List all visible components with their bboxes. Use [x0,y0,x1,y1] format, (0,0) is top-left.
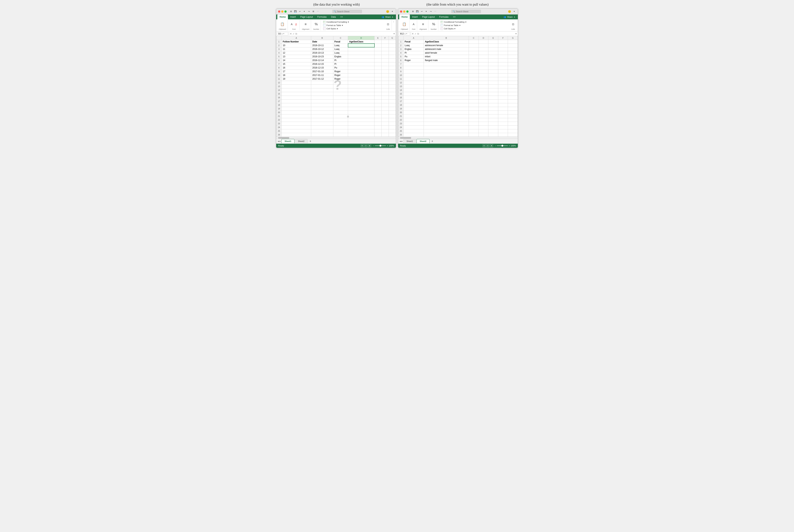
right-cell-r19-c5[interactable] [498,107,508,111]
left-cell-r21-c3[interactable] [348,114,375,118]
left-cell-r23-c5[interactable] [381,122,389,126]
right-cell-r24-c2[interactable] [469,126,478,129]
left-tab-more[interactable]: >> [338,15,345,19]
right-header-cell-0[interactable]: Focal [403,40,424,43]
right-cell-r12-c4[interactable] [488,81,498,84]
right-tab-more[interactable]: >> [451,15,458,19]
left-cell-r8-c5[interactable] [381,66,389,70]
left-align-btn[interactable]: ≡ [304,22,308,26]
left-cell-r13-c2[interactable] [333,84,348,88]
right-cell-r18-c4[interactable] [488,103,498,107]
right-cell-r7-c2[interactable] [469,62,478,66]
left-cell-r17-c0[interactable] [282,99,311,103]
left-cell-r14-c4[interactable] [375,88,381,92]
right-search-bar[interactable]: 🔍 Search Sheet [451,10,481,13]
left-cell-r12-c1[interactable] [311,81,333,84]
right-cell-r11-c3[interactable] [478,77,488,81]
left-cell-r22-c4[interactable] [375,118,381,122]
right-cell-r19-c4[interactable] [488,107,498,111]
left-cell-r23-c2[interactable] [333,122,348,126]
left-tab-data[interactable]: Data [329,15,338,19]
right-cell-r17-c3[interactable] [478,99,488,103]
right-cell-r13-c4[interactable] [488,84,498,88]
left-cell-r7-c2[interactable]: Pi [333,62,348,66]
left-cell-r21-c4[interactable] [375,114,381,118]
redo-icon[interactable]: ↪ [307,10,310,13]
right-zoom-out[interactable]: − [495,145,496,147]
right-close-button[interactable] [400,11,402,13]
right-cell-r25-c3[interactable] [478,129,488,133]
left-cell-r17-c5[interactable] [381,99,389,103]
right-cell-r8-c2[interactable] [469,66,478,70]
left-cell-r16-c6[interactable] [389,96,396,99]
left-cell-r17-c4[interactable] [375,99,381,103]
left-cell-r10-c1[interactable]: 2017-01-11 [311,73,333,77]
left-cell-r20-c5[interactable] [381,111,389,114]
left-cell-r20-c4[interactable] [375,111,381,114]
left-cell-r10-c6[interactable] [389,73,396,77]
right-cell-r8-c4[interactable] [488,66,498,70]
right-cell-styles-btn[interactable]: Cell Styles ▾ [440,27,508,30]
left-cell-r13-c6[interactable] [389,84,396,88]
right-cell-r26-c3[interactable] [478,133,488,137]
right-cell-r15-c2[interactable] [469,92,478,96]
undo-icon[interactable]: ↩ [298,10,302,13]
right-cell-r6-c1[interactable]: flanged male [423,58,469,62]
right-header-cell-2[interactable] [469,40,478,43]
left-cell-r8-c3[interactable] [348,66,375,70]
right-cell-r25-c0[interactable] [403,129,424,133]
left-cell-r12-c5[interactable] [381,81,389,84]
right-cell-r24-c1[interactable] [423,126,469,129]
right-cell-r15-c6[interactable] [508,92,518,96]
right-cell-r20-c4[interactable] [488,111,498,114]
left-cell-r19-c0[interactable] [282,107,311,111]
right-cell-r24-c3[interactable] [478,126,488,129]
right-cell-r14-c1[interactable] [423,88,469,92]
right-cell-r9-c0[interactable] [403,70,424,73]
left-cell-r21-c6[interactable] [389,114,396,118]
right-cell-r26-c0[interactable] [403,133,424,137]
left-cell-r8-c4[interactable] [375,66,381,70]
right-cell-r25-c5[interactable] [498,129,508,133]
right-formula-input[interactable] [420,33,514,34]
left-header-cell-2[interactable]: Focal [333,40,348,43]
left-cell-r2-c0[interactable]: 10 [282,43,311,47]
right-cs-dropdown[interactable]: ▾ [454,27,455,30]
left-cell-r17-c3[interactable] [348,99,375,103]
left-nav-left[interactable]: ◂ [278,140,279,142]
left-cell-r25-c4[interactable] [375,129,381,133]
left-cell-r15-c1[interactable] [311,92,333,96]
right-cell-r23-c2[interactable] [469,122,478,126]
left-cell-r22-c0[interactable] [282,118,311,122]
right-cell-r23-c4[interactable] [488,122,498,126]
left-cell-r24-c1[interactable] [311,126,333,129]
right-cell-r7-c3[interactable] [478,62,488,66]
right-cell-ref-arrows[interactable]: ▲▼ [404,33,408,35]
right-header-cell-6[interactable] [508,40,518,43]
left-cell-r13-c1[interactable] [311,84,333,88]
left-cell-r16-c2[interactable] [333,96,348,99]
left-font-btn[interactable]: A [290,22,294,26]
right-cell-r16-c3[interactable] [478,96,488,99]
right-cell-r25-c2[interactable] [469,129,478,133]
left-confirm-formula[interactable]: ✓ [292,32,295,35]
right-cell-r10-c3[interactable] [478,73,488,77]
right-cell-r6-c0[interactable]: Roger [403,58,424,62]
left-zoom-slider[interactable] [375,145,386,146]
right-cell-r14-c6[interactable] [508,88,518,92]
right-tab-page-layout[interactable]: Page Layout [420,15,437,19]
left-format-table-btn[interactable]: Format as Table ▾ [323,24,383,27]
right-sheet2-tab[interactable]: Sheet2 [417,139,430,143]
left-cell-r21-c2[interactable] [333,114,348,118]
left-cell-r20-c1[interactable] [311,111,333,114]
left-cell-r25-c6[interactable] [389,129,396,133]
left-grid-view-btn[interactable]: ⊞ [361,144,364,147]
right-cell-r5-c0[interactable]: Pu [403,55,424,58]
right-cell-r11-c0[interactable] [403,77,424,81]
left-cell-r12-c4[interactable] [375,81,381,84]
right-col-c[interactable]: C [469,36,478,40]
left-cell-r23-c1[interactable] [311,122,333,126]
left-cell-r18-c5[interactable] [381,103,389,107]
right-col-b[interactable]: B [423,36,469,40]
right-cell-r13-c0[interactable] [403,84,424,88]
